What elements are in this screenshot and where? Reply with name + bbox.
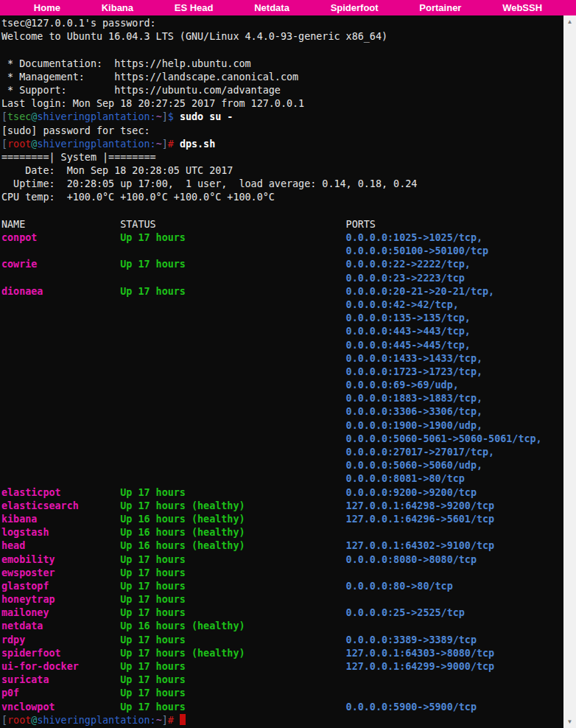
nav-item-home[interactable]: Home xyxy=(34,0,60,15)
table-row: spiderfoot Up 17 hours (healthy) 127.0.0… xyxy=(1,647,563,660)
terminal-screen[interactable]: tsec@127.0.0.1's password:Welcome to Ubu… xyxy=(0,15,563,728)
table-row: netdata Up 16 hours (healthy) xyxy=(1,620,563,633)
nav-item-netdata[interactable]: Netdata xyxy=(254,0,289,15)
terminal-line: * Management: https://landscape.canonica… xyxy=(1,71,563,84)
table-row: suricata Up 17 hours xyxy=(1,673,563,687)
terminal-text: 0.0.0.0:8081->80/tcp xyxy=(346,473,465,484)
terminal-text: 0.0.0.0:445->445/tcp, xyxy=(346,340,471,351)
terminal-text: glastopf xyxy=(1,581,120,592)
terminal-cursor xyxy=(180,714,186,725)
terminal-text: shiveringplantation: xyxy=(37,139,155,150)
terminal-text: Up 17 hours xyxy=(120,259,345,270)
terminal-text: 0.0.0.0:1883->1883/tcp, xyxy=(346,393,482,404)
terminal-line: Last login: Mon Sep 18 20:27:25 2017 fro… xyxy=(1,97,563,111)
terminal-text: head xyxy=(1,540,120,551)
terminal-text: Up 17 hours xyxy=(120,487,345,498)
terminal-text: [sudo] password for tsec: xyxy=(1,125,150,136)
terminal-text: elasticsearch xyxy=(1,500,120,511)
table-row: emobility Up 17 hours 0.0.0.0:8080->8080… xyxy=(1,553,563,567)
terminal-text: 127.0.0.1:64298->9200/tcp xyxy=(346,500,495,511)
terminal-text xyxy=(1,433,346,444)
terminal-text: shiveringplantation: xyxy=(37,111,155,122)
terminal-text: 0.0.0.0:80->80/tcp xyxy=(346,581,453,592)
scrollbar[interactable]: ▲ ▼ xyxy=(563,15,576,728)
terminal-text: 0.0.0.0:5060-5061->5060-5061/tcp, xyxy=(346,433,542,444)
terminal-text: Up 17 hours xyxy=(120,661,345,672)
terminal-text: kibana xyxy=(1,514,120,525)
terminal-text: * Support: https://ubuntu.com/advantage xyxy=(1,85,281,96)
terminal-text: 0.0.0.0:3306->3306/tcp, xyxy=(346,406,482,417)
table-row: rdpy Up 17 hours 0.0.0.0:3389->3389/tcp xyxy=(1,634,563,647)
terminal-text: 0.0.0.0:27017->27017/tcp, xyxy=(346,447,495,458)
terminal-text: 0.0.0.0:23->2223/tcp xyxy=(346,273,465,284)
table-row: conpot Up 17 hours 0.0.0.0:1025->1025/tc… xyxy=(1,231,563,245)
table-row: glastopf Up 17 hours 0.0.0.0:80->80/tcp xyxy=(1,580,563,593)
table-row-ports: 0.0.0.0:1883->1883/tcp, xyxy=(1,392,563,405)
scroll-down-icon: ▼ xyxy=(567,718,573,725)
terminal-line: ========| System |======== xyxy=(1,151,563,164)
terminal-text: Up 17 hours xyxy=(120,581,345,592)
nav-item-kibana[interactable]: Kibana xyxy=(102,0,133,15)
scroll-up-icon: ▲ xyxy=(567,18,573,25)
nav-item-spiderfoot[interactable]: Spiderfoot xyxy=(331,0,379,15)
terminal-text: netdata xyxy=(1,620,120,631)
table-row: vnclowpot Up 17 hours 0.0.0.0:5900->5900… xyxy=(1,701,563,714)
terminal-text: cowrie xyxy=(1,259,120,270)
terminal-text: 0.0.0.0:69->69/udp, xyxy=(346,379,459,391)
terminal-text xyxy=(1,393,346,404)
terminal-text: ~ xyxy=(156,111,162,122)
terminal-text: emobility xyxy=(1,554,120,565)
terminal-text: sudo su - xyxy=(180,111,233,122)
terminal-text: 127.0.0.1:64303->8080/tcp xyxy=(346,648,495,659)
terminal-text: 0.0.0.0:42->42/tcp, xyxy=(346,299,459,310)
terminal-text: [ xyxy=(1,715,7,726)
nav-item-portainer[interactable]: Portainer xyxy=(419,0,461,15)
table-row-ports: 0.0.0.0:443->443/tcp, xyxy=(1,325,563,338)
scroll-down-button[interactable]: ▼ xyxy=(563,715,576,728)
terminal-text: ewsposter xyxy=(1,567,120,578)
terminal-text: 0.0.0.0:3389->3389/tcp xyxy=(346,634,477,645)
terminal-text: ] xyxy=(162,715,168,726)
terminal-text: Up 17 hours xyxy=(120,634,345,645)
terminal-text: Up 16 hours (healthy) xyxy=(120,527,345,538)
table-row-ports: 0.0.0.0:1433->1433/tcp, xyxy=(1,352,563,365)
terminal-text: Up 17 hours xyxy=(120,567,345,578)
terminal-text xyxy=(1,406,346,417)
terminal-text: root xyxy=(7,139,31,150)
table-header: NAME STATUS PORTS xyxy=(1,218,563,231)
terminal-text: p0f xyxy=(1,687,120,699)
terminal-text xyxy=(1,299,346,310)
nav-item-es-head[interactable]: ES Head xyxy=(175,0,214,15)
terminal-text: 0.0.0.0:1723->1723/tcp, xyxy=(346,366,482,377)
table-row: honeytrap Up 17 hours xyxy=(1,593,563,606)
terminal-text: [ xyxy=(1,111,7,122)
terminal-text: 0.0.0.0:135->135/tcp, xyxy=(346,312,471,323)
table-row: dionaea Up 17 hours 0.0.0.0:20-21->20-21… xyxy=(1,285,563,298)
terminal-text: * Documentation: https://help.ubuntu.com xyxy=(1,58,251,69)
table-row: head Up 16 hours (healthy) 127.0.0.1:643… xyxy=(1,539,563,553)
terminal-line: tsec@127.0.0.1's password: xyxy=(1,17,563,30)
terminal-text: Last login: Mon Sep 18 20:27:25 2017 fro… xyxy=(1,98,304,109)
nav-item-webssh[interactable]: WebSSH xyxy=(502,0,542,15)
terminal-text: CPU temp: +100.0°C +100.0°C +100.0°C +10… xyxy=(1,192,275,203)
table-row: mailoney Up 17 hours 0.0.0.0:25->2525/tc… xyxy=(1,606,563,620)
table-row: cowrie Up 17 hours 0.0.0.0:22->2222/tcp, xyxy=(1,258,563,271)
terminal-line: Welcome to Ubuntu 16.04.3 LTS (GNU/Linux… xyxy=(1,30,563,43)
table-row-ports: 0.0.0.0:3306->3306/tcp, xyxy=(1,405,563,419)
terminal-text: # xyxy=(168,139,180,150)
terminal-text: spiderfoot xyxy=(1,648,120,659)
terminal-text: Up 17 hours xyxy=(120,701,345,713)
terminal-line: * Documentation: https://help.ubuntu.com xyxy=(1,57,563,71)
table-row-ports: 0.0.0.0:27017->27017/tcp, xyxy=(1,446,563,459)
terminal-text: 0.0.0.0:1433->1433/tcp, xyxy=(346,353,482,364)
table-row-ports: 0.0.0.0:135->135/tcp, xyxy=(1,312,563,325)
scroll-up-button[interactable]: ▲ xyxy=(563,15,576,28)
table-row: ui-for-docker Up 17 hours 127.0.0.1:6429… xyxy=(1,660,563,673)
table-row-ports: 0.0.0.0:1900->1900/udp, xyxy=(1,419,563,433)
terminal-text: NAME STATUS PORTS xyxy=(1,219,376,230)
terminal-text xyxy=(1,353,346,364)
terminal-text: Up 16 hours (healthy) xyxy=(120,620,345,631)
terminal-text: Up 17 hours xyxy=(120,607,345,618)
terminal-text: mailoney xyxy=(1,607,120,618)
terminal-text: 0.0.0.0:22->2222/tcp, xyxy=(346,259,471,270)
